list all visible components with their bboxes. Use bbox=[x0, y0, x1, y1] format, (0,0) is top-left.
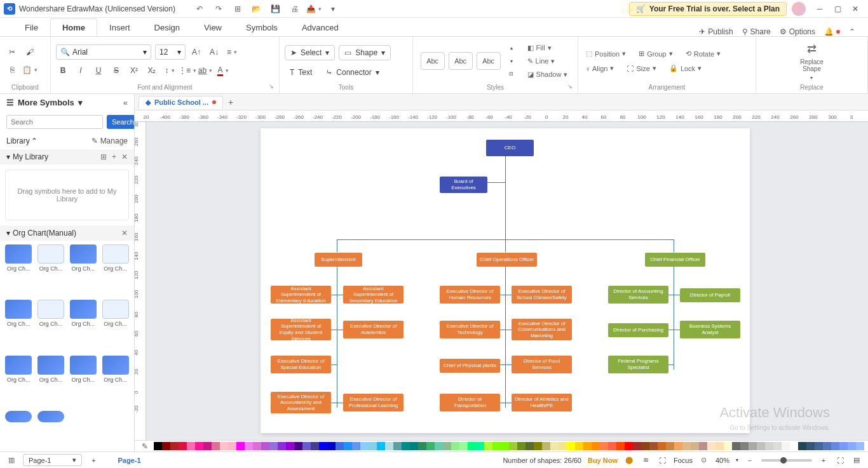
lock-button[interactable]: 🔒 Lock▾ bbox=[667, 63, 704, 74]
superscript-button[interactable]: X² bbox=[127, 64, 141, 77]
color-swatch[interactable] bbox=[228, 442, 236, 450]
add-folder-icon[interactable]: ⊞ bbox=[100, 152, 107, 161]
color-swatch[interactable] bbox=[377, 442, 385, 450]
shape-thumbnail[interactable]: Org Ch... bbox=[4, 356, 34, 408]
color-swatch[interactable] bbox=[608, 442, 616, 450]
canvas[interactable]: CEO Board of Executives Superintendent C… bbox=[146, 122, 868, 440]
text-case-button[interactable]: ab bbox=[198, 64, 212, 77]
color-swatch[interactable] bbox=[583, 442, 592, 450]
text-align-button[interactable]: ≡ bbox=[225, 45, 239, 59]
styles-dialog-launcher[interactable]: ↘ bbox=[567, 83, 575, 91]
paste-button[interactable]: 📋 bbox=[23, 63, 37, 77]
notifications-button[interactable]: 🔔 bbox=[824, 27, 840, 36]
color-swatch[interactable] bbox=[666, 442, 674, 450]
color-swatch[interactable] bbox=[633, 442, 641, 450]
color-swatch[interactable] bbox=[261, 442, 269, 450]
fullscreen-button[interactable]: ⛶ bbox=[835, 455, 845, 465]
color-swatch[interactable] bbox=[724, 442, 732, 450]
close-button[interactable]: ✕ bbox=[846, 0, 864, 17]
text-tool[interactable]: T Text bbox=[285, 65, 317, 79]
node-o2b[interactable]: Executive Director of Communications and… bbox=[512, 319, 572, 340]
close-orgchart-icon[interactable]: ✕ bbox=[121, 229, 128, 237]
collapse-ribbon-button[interactable]: ⌃ bbox=[849, 27, 855, 36]
fit-button[interactable]: ⊙ bbox=[699, 455, 709, 465]
color-swatch[interactable] bbox=[154, 442, 162, 450]
minimize-button[interactable]: ─ bbox=[811, 0, 829, 17]
my-library-dropzone[interactable]: Drag symbols here to add to My Library bbox=[5, 170, 129, 220]
decrease-font-button[interactable]: A↓ bbox=[207, 45, 221, 59]
color-swatch[interactable] bbox=[831, 442, 839, 450]
zoom-slider[interactable] bbox=[761, 459, 812, 462]
share-button[interactable]: ⚲ Share bbox=[742, 27, 771, 36]
color-swatch[interactable] bbox=[311, 442, 319, 450]
select-tool[interactable]: ➤ Select ▾ bbox=[285, 45, 335, 60]
color-swatch[interactable] bbox=[212, 442, 220, 450]
color-swatch[interactable] bbox=[170, 442, 179, 450]
color-swatch[interactable] bbox=[682, 442, 691, 450]
color-swatch[interactable] bbox=[302, 442, 311, 450]
save-button[interactable]: 💾 bbox=[271, 4, 281, 14]
color-swatch[interactable] bbox=[435, 442, 443, 450]
node-s2b[interactable]: Executive Director of Academics bbox=[343, 321, 403, 338]
color-swatch[interactable] bbox=[492, 442, 501, 450]
font-name-combo[interactable]: 🔍 Arial ▾ bbox=[56, 44, 151, 60]
avatar[interactable] bbox=[792, 2, 806, 16]
print-button[interactable]: 🖨 bbox=[290, 4, 300, 14]
font-size-combo[interactable]: 12 ▾ bbox=[155, 44, 186, 60]
new-button[interactable]: ⊞ bbox=[233, 4, 243, 14]
style-preset-1[interactable]: Abc bbox=[421, 52, 445, 70]
color-swatch[interactable] bbox=[798, 442, 806, 450]
search-input[interactable] bbox=[6, 115, 103, 129]
color-swatch[interactable] bbox=[575, 442, 583, 450]
eyedropper-button[interactable]: ✎ bbox=[139, 442, 151, 451]
color-swatch[interactable] bbox=[162, 442, 170, 450]
color-swatch[interactable] bbox=[195, 442, 203, 450]
color-swatch[interactable] bbox=[393, 442, 402, 450]
node-f2b[interactable]: Business Systems Analyst bbox=[680, 321, 740, 338]
color-swatch[interactable] bbox=[476, 442, 484, 450]
manage-button[interactable]: ✎ Manage bbox=[92, 137, 128, 145]
page-selector[interactable]: Page-1 ▾ bbox=[23, 454, 82, 466]
color-swatch[interactable] bbox=[765, 442, 773, 450]
color-swatch[interactable] bbox=[757, 442, 765, 450]
color-swatch[interactable] bbox=[773, 442, 782, 450]
color-swatch[interactable] bbox=[641, 442, 649, 450]
color-swatch[interactable] bbox=[179, 442, 187, 450]
node-o3a[interactable]: Chief of Physical plants bbox=[440, 359, 500, 373]
color-swatch[interactable] bbox=[443, 442, 451, 450]
underline-button[interactable]: U bbox=[92, 64, 105, 77]
shape-thumbnail[interactable]: Org Ch... bbox=[4, 300, 34, 352]
publish-button[interactable]: ✈ Publish bbox=[699, 27, 733, 36]
menu-design[interactable]: Design bbox=[142, 18, 192, 36]
color-swatch[interactable] bbox=[468, 442, 476, 450]
close-mylib-icon[interactable]: ✕ bbox=[121, 152, 128, 161]
add-document-tab[interactable]: + bbox=[228, 97, 238, 107]
menu-file[interactable]: File bbox=[13, 18, 50, 36]
menu-home[interactable]: Home bbox=[50, 18, 97, 36]
color-swatch[interactable] bbox=[839, 442, 848, 450]
options-button[interactable]: ⚙ Options bbox=[780, 27, 815, 36]
color-swatch[interactable] bbox=[806, 442, 815, 450]
node-board[interactable]: Board of Executives bbox=[440, 177, 487, 193]
group-button[interactable]: ⊞ Group▾ bbox=[636, 48, 675, 59]
color-swatch[interactable] bbox=[509, 442, 517, 450]
color-swatch[interactable] bbox=[294, 442, 302, 450]
menu-view[interactable]: View bbox=[192, 18, 234, 36]
color-swatch[interactable] bbox=[278, 442, 286, 450]
fill-button[interactable]: ◧ Fill ▾ bbox=[525, 43, 571, 53]
shape-thumbnail[interactable]: Org Ch... bbox=[100, 300, 130, 352]
undo-button[interactable]: ↶ bbox=[194, 4, 205, 14]
color-swatch[interactable] bbox=[658, 442, 666, 450]
position-button[interactable]: ⬚ Position▾ bbox=[583, 48, 628, 59]
line-spacing-button[interactable]: ↕ bbox=[163, 64, 177, 77]
document-tab[interactable]: ◆ Public School ... bbox=[139, 96, 223, 109]
my-library-header[interactable]: ▾ My Library ⊞ + ✕ bbox=[0, 149, 134, 164]
color-swatch[interactable] bbox=[732, 442, 740, 450]
color-swatch[interactable] bbox=[269, 442, 278, 450]
shape-thumbnail[interactable]: Org Ch... bbox=[36, 244, 66, 297]
zoom-level[interactable]: 40% bbox=[715, 457, 729, 464]
color-swatch[interactable] bbox=[600, 442, 608, 450]
color-swatch[interactable] bbox=[559, 442, 567, 450]
bullets-button[interactable]: ⋮≡ bbox=[180, 64, 194, 77]
node-s4a[interactable]: Executive Director of Accountability and… bbox=[271, 392, 331, 413]
